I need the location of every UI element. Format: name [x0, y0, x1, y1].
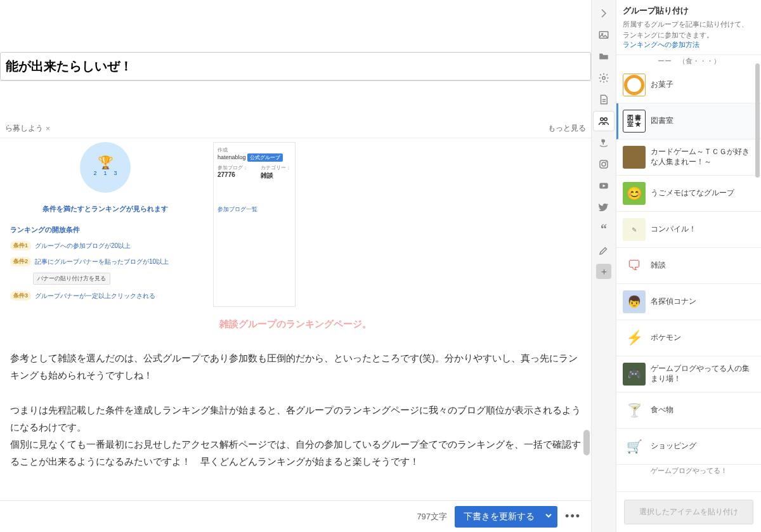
amazon-icon[interactable] — [594, 133, 614, 152]
cond-text: グループバナーが一定以上クリックされる — [35, 292, 155, 301]
group-icon: 🛒 — [623, 435, 646, 458]
cond-badge: 条件3 — [10, 291, 31, 301]
group-icon — [623, 146, 646, 169]
group-item[interactable]: ✎コンパイル！ — [616, 212, 761, 248]
instagram-icon[interactable] — [594, 155, 614, 174]
group-list[interactable]: ーー （食・・・） お菓子図 書室 ★図書室カードゲーム～ＴＣＧが好きな人集まれ… — [616, 55, 761, 491]
article-title-input[interactable] — [0, 52, 591, 81]
tag-remove-icon[interactable]: × — [46, 124, 50, 133]
editor-body[interactable]: 🏆 2 1 3 条件を満たすとランキングが見られます ランキングの開放条件 条件… — [0, 138, 591, 532]
banner-howto-button[interactable]: バナーの貼り付け方を見る — [33, 273, 110, 285]
brush-icon[interactable] — [594, 241, 614, 260]
update-dropdown-button[interactable] — [540, 506, 557, 528]
group-item[interactable]: 🛒ショッピング — [616, 429, 761, 465]
group-item[interactable]: 🍸食べ物 — [616, 393, 761, 429]
group-icon: 👦 — [623, 290, 646, 313]
condition-row: 条件2 記事にグループバナーを貼ったブログが10以上 — [10, 257, 200, 266]
group-item[interactable]: 😊うごメモはてなグループ — [616, 176, 761, 212]
plus-icon[interactable]: ＋ — [596, 264, 611, 279]
group-icon — [623, 74, 646, 96]
cond-badge: 条件1 — [10, 241, 31, 250]
count-value: 27776 — [218, 171, 235, 178]
sidebar-title: グループ貼り付け — [623, 5, 755, 16]
chevron-right-icon[interactable] — [594, 4, 614, 23]
group-label: カードゲーム～ＴＣＧが好きな人集まれー！～ — [651, 147, 755, 167]
svg-point-7 — [606, 161, 607, 162]
cond-text: グループへの参加ブログが20以上 — [35, 242, 131, 250]
file-icon[interactable] — [594, 90, 614, 109]
condition-row: 条件1 グループへの参加ブログが20以上 — [10, 241, 200, 250]
group-icon: ✎ — [623, 218, 646, 241]
folder-icon[interactable] — [594, 47, 614, 66]
group-label: 雑談 — [651, 261, 666, 271]
condition-row: 条件3 グループバナーが一定以上クリックされる — [10, 291, 200, 301]
paragraph: 参考として雑談を選んだのは、公式グループであり参加数も圧倒的だから、といったとこ… — [10, 349, 581, 384]
group-item[interactable]: 🎮ゲームブログやってる人の集まり場！ — [616, 356, 761, 393]
group-sidebar: グループ貼り付け 所属するグループを記事に貼り付けて、ランキングに参加できます。… — [616, 0, 761, 532]
ranking-howto-link[interactable]: ランキングへの参加方法 — [623, 40, 755, 49]
group-item[interactable]: ⚡ポケモン — [616, 320, 761, 356]
caption-pink: 雑談グループのランキングページ。 — [10, 318, 581, 330]
svg-point-2 — [602, 77, 606, 80]
group-label: 図書室 — [651, 116, 673, 126]
paragraph: つまりは先程記載した条件を達成しランキング集計が始まると、各グループのランキング… — [10, 401, 581, 470]
group-icon: 図 書室 ★ — [623, 110, 646, 133]
tag-row: ら募しよう × もっと見る — [0, 119, 591, 138]
group-label: 食べ物 — [651, 405, 673, 415]
sidebar-desc: 所属するグループを記事に貼り付けて、ランキングに参加できます。 — [623, 19, 755, 40]
right-icon-rail: “ ＋ — [591, 0, 616, 532]
group-label: コンパイル！ — [651, 224, 696, 235]
clipped-row: ーー （食・・・） — [616, 55, 761, 67]
group-item[interactable]: お菓子 — [616, 67, 761, 103]
group-icon: 😊 — [623, 182, 646, 205]
svg-point-3 — [601, 118, 604, 121]
clipped-row: ゲームブログやってる！ — [616, 465, 761, 477]
group-item[interactable]: 🗨雑談 — [616, 248, 761, 284]
group-label: ゲームブログやってる人の集まり場！ — [651, 364, 755, 384]
official-badge: 公式グループ — [247, 153, 283, 162]
group-item[interactable]: 図 書室 ★図書室 — [616, 103, 761, 139]
group-label: お菓子 — [651, 80, 673, 90]
gear-icon[interactable] — [594, 68, 614, 88]
group-icon: 🍸 — [623, 399, 646, 422]
char-count: 797文字 — [417, 511, 447, 522]
more-link[interactable]: もっと見る — [548, 123, 586, 134]
blog-list-link[interactable]: 参加ブログ一覧 — [218, 205, 291, 214]
group-item[interactable]: カードゲーム～ＴＣＧが好きな人集まれー！～ — [616, 139, 761, 176]
author-name: hatenablog — [218, 154, 246, 160]
tag-text: ら募しよう — [5, 123, 43, 134]
group-icon: ⚡ — [623, 327, 646, 349]
svg-point-6 — [602, 162, 606, 166]
group-label: うごメモはてなグループ — [651, 188, 734, 198]
count-label: 参加ブログ： — [218, 165, 248, 171]
photo-icon[interactable] — [594, 25, 614, 44]
quote-icon[interactable]: “ — [594, 219, 614, 238]
group-icon: 🎮 — [623, 363, 646, 386]
group-label: ショッピング — [651, 441, 696, 451]
group-label: ポケモン — [651, 333, 681, 343]
embedded-ranking-card: 🏆 2 1 3 条件を満たすとランキングが見られます ランキングの開放条件 条件… — [10, 142, 581, 313]
trophy-icon: 🏆 2 1 3 — [80, 142, 131, 193]
group-item[interactable]: 👦名探偵コナン — [616, 284, 761, 320]
bottom-toolbar: 797文字 下書きを更新する ••• — [0, 500, 591, 532]
group-label: 名探偵コナン — [651, 297, 696, 307]
twitter-icon[interactable] — [594, 198, 614, 217]
youtube-icon[interactable] — [594, 176, 614, 195]
sidebar-scrollbar-thumb[interactable] — [755, 63, 760, 178]
ranking-message: 条件を満たすとランキングが見られます — [10, 204, 200, 214]
more-menu-icon[interactable]: ••• — [565, 510, 581, 523]
category-value: 雑談 — [261, 172, 273, 179]
svg-point-4 — [604, 118, 608, 121]
scrollbar-thumb[interactable] — [583, 430, 590, 455]
paste-selected-button[interactable]: 選択したアイテムを貼り付け — [624, 500, 753, 524]
author-label: 作成 — [218, 147, 228, 153]
cond-badge: 条件2 — [10, 257, 31, 266]
group-info-box: 作成 hatenablog 公式グループ 参加ブログ：27776 カテゴリー：雑… — [213, 142, 296, 307]
conditions-title: ランキングの開放条件 — [10, 225, 200, 235]
category-label: カテゴリー： — [261, 165, 291, 171]
cond-text: 記事にグループバナーを貼ったブログが10以上 — [35, 257, 169, 266]
update-draft-button[interactable]: 下書きを更新する — [455, 506, 543, 528]
people-icon[interactable] — [594, 112, 614, 131]
group-icon: 🗨 — [623, 254, 646, 277]
